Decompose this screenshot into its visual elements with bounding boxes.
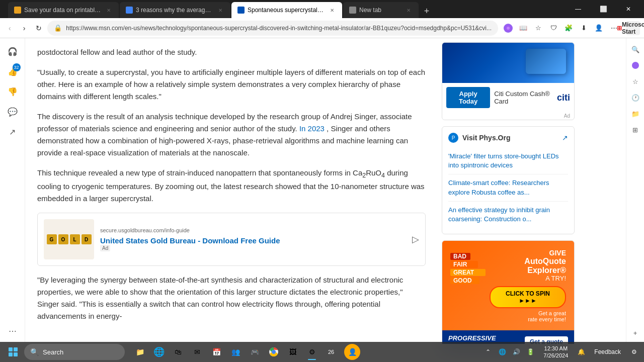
content-area: postdoctoral fellow and lead author of t… — [25, 38, 626, 344]
audio-button[interactable]: 🎧 — [4, 42, 22, 60]
svg-point-5 — [272, 350, 276, 354]
minimize-button[interactable]: — — [567, 0, 590, 18]
tab-bar: Save your data on printable mag... ✕ 3 r… — [4, 0, 565, 18]
citi-logo: citi — [557, 93, 570, 103]
taskbar-teams[interactable]: 👥 — [226, 343, 245, 361]
read-aloud-icon[interactable]: 📖 — [516, 21, 530, 35]
phys-article-1[interactable]: 'Miracle' filter turns store-bought LEDs… — [448, 148, 568, 174]
tab2-close[interactable]: ✕ — [216, 6, 224, 14]
tab-supercrystal[interactable]: Spontaneous supercrystal discov... ✕ — [231, 2, 342, 18]
tab4-title: New tab — [359, 7, 401, 14]
svg-point-2 — [507, 27, 510, 30]
tab1-title: Save your data on printable mag... — [24, 7, 102, 14]
comment-button[interactable]: 💬 — [4, 103, 22, 121]
citi-ad[interactable]: Apply Today Citi Custom Cash® Card citi … — [442, 42, 575, 120]
feedback-button[interactable]: Feedback — [590, 346, 625, 357]
tab-save-data[interactable]: Save your data on printable mag... ✕ — [8, 2, 119, 18]
taskbar-store[interactable]: 🛍 — [169, 343, 187, 361]
taskbar: 🔍 Search 📁 🌐 🛍 ✉ 📅 👥 🎮 🖼 ⚙ 26 👤 ⌃ — [0, 342, 644, 362]
maximize-button[interactable]: ⬜ — [592, 0, 615, 18]
notification-icon[interactable]: 🔔 — [575, 346, 587, 358]
taskbar-photos[interactable]: 🖼 — [284, 343, 302, 361]
taskbar-date-display[interactable]: 26 — [322, 343, 340, 361]
refresh-button[interactable]: ↻ — [33, 21, 45, 35]
phys-org-external-link[interactable]: ↗ — [562, 134, 568, 142]
taskbar-edge[interactable]: 🌐 — [150, 343, 168, 361]
taskbar-calendar[interactable]: 📅 — [207, 343, 225, 361]
phys-article-2[interactable]: Climate-smart coffee: Researchers explor… — [448, 174, 568, 201]
nav-icons-right: 📖 ☆ 🛡 🧩 ⬇ 👤 ⋯ ⊞ Microsoft Start — [501, 21, 640, 35]
sidebar-edge-favorites[interactable]: ☆ — [628, 74, 642, 88]
address-bar[interactable]: 🔒 https://www.msn.com/en-us/news/technol… — [47, 21, 498, 36]
dislike-button[interactable]: 👎 — [4, 82, 22, 101]
downloads-icon[interactable]: ⬇ — [577, 21, 591, 35]
tray-battery[interactable]: 🔋 — [524, 346, 536, 358]
right-sidebar: 🔍 ☆ 🕐 📁 ⊞ + — [626, 38, 644, 344]
phys-article-3[interactable]: An effective strategy to inhibit grain c… — [448, 202, 568, 228]
sidebar-edge-apps[interactable]: ⊞ — [628, 123, 642, 137]
browser-essentials-icon[interactable]: 🛡 — [546, 21, 560, 35]
tray-chevron[interactable]: ⌃ — [482, 346, 494, 358]
phys-org-header: P Visit Phys.Org ↗ — [448, 133, 568, 143]
more-button[interactable]: ⋯ — [4, 322, 22, 340]
user-avatar-icon: 👤 — [348, 348, 357, 356]
browser-chrome: Save your data on printable mag... ✕ 3 r… — [0, 0, 644, 38]
back-button[interactable]: ‹ — [4, 21, 16, 35]
system-clock[interactable]: 12:30 AM 7/26/2024 — [539, 345, 572, 359]
lock-icon: 🔒 — [54, 24, 62, 32]
tab1-favicon — [14, 7, 21, 14]
gold-ad-controls: Ad — [100, 245, 406, 251]
progressive-ad[interactable]: BAD FAIR GREAT — [442, 240, 575, 344]
taskbar-user-avatar[interactable]: 👤 — [344, 344, 360, 360]
phys-org-title: Visit Phys.Org — [462, 134, 558, 142]
apply-today-button[interactable]: Apply Today — [446, 87, 490, 108]
tab-new-tab[interactable]: New tab ✕ — [343, 2, 419, 18]
tab2-favicon — [126, 7, 133, 14]
forward-button[interactable]: › — [19, 21, 30, 35]
taskbar-chrome[interactable] — [265, 343, 283, 361]
taskbar-search-icon: 🔍 — [30, 348, 39, 356]
tab-average-pc[interactable]: 3 reasons why the average PC ... ✕ — [120, 2, 230, 18]
clock-time: 12:30 AM — [543, 345, 568, 352]
taskbar-search[interactable]: 🔍 Search — [24, 344, 125, 360]
clock-date: 7/26/2024 — [543, 352, 568, 359]
profile-icon[interactable]: 👤 — [592, 21, 606, 35]
tab4-close[interactable]: ✕ — [405, 6, 413, 14]
taskbar-xbox[interactable]: 🎮 — [246, 343, 264, 361]
close-button[interactable]: ✕ — [617, 0, 640, 18]
like-badge: 32 — [13, 63, 21, 71]
tab1-close[interactable]: ✕ — [105, 6, 113, 14]
tray-network[interactable]: 🌐 — [496, 346, 508, 358]
progressive-cta: GIVE AutoQuote Explorer® A TRY! CLICK TO… — [490, 249, 566, 322]
tab3-close[interactable]: ✕ — [328, 6, 336, 14]
navigation-bar: ‹ › ↻ 🔒 https://www.msn.com/en-us/news/t… — [0, 18, 644, 38]
share-button[interactable]: ↗ — [4, 123, 22, 141]
spin-button[interactable]: CLICK TO SPIN ►►► — [490, 286, 566, 308]
taskbar-right: ⌃ 🌐 🔊 🔋 12:30 AM 7/26/2024 🔔 Feedback ⚙ — [482, 345, 640, 359]
article-para2: The discovery is the result of an analys… — [37, 111, 426, 159]
taskbar-file-explorer[interactable]: 📁 — [131, 343, 149, 361]
sidebar-edge-search[interactable]: 🔍 — [628, 42, 642, 56]
subscript-4: 4 — [381, 172, 385, 179]
sidebar-edge-add[interactable]: + — [628, 326, 642, 340]
start-button[interactable] — [4, 343, 22, 361]
article-gold-ad[interactable]: G O L D secure.usgoldbureau.com/info-gui… — [37, 213, 426, 266]
taskbar-settings[interactable]: ⚙ — [303, 343, 321, 361]
like-button[interactable]: 👍 32 — [4, 62, 22, 80]
sidebar-edge-copilot[interactable] — [628, 58, 642, 72]
copilot-icon[interactable] — [501, 21, 515, 35]
article-para3: This technique revealed a new type of st… — [37, 167, 426, 205]
favorites-icon[interactable]: ☆ — [531, 21, 545, 35]
new-tab-button[interactable]: + — [420, 4, 434, 18]
rating-fair: FAIR — [450, 261, 486, 268]
ad-expand-icon[interactable]: ▷ — [412, 234, 419, 245]
extensions-icon[interactable]: 🧩 — [561, 21, 576, 35]
gold-tile-g: G — [47, 234, 57, 244]
sidebar-edge-history[interactable]: 🕐 — [628, 90, 642, 105]
taskbar-mail[interactable]: ✉ — [188, 343, 206, 361]
settings-icon[interactable]: ⚙ — [628, 346, 640, 358]
article-link-2023[interactable]: In 2023 — [299, 124, 325, 133]
tray-volume[interactable]: 🔊 — [510, 346, 522, 358]
citi-ad-banner — [442, 43, 574, 83]
sidebar-edge-collections[interactable]: 📁 — [628, 107, 642, 121]
